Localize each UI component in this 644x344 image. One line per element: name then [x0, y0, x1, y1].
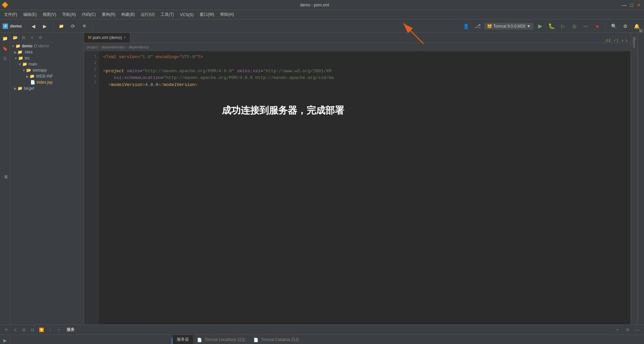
menu-view[interactable]: 视图(V)	[40, 11, 59, 18]
services-tab-localhost-log[interactable]: 📄 Tomcat Localhost 日志	[193, 335, 249, 344]
tab-close-button[interactable]: ✕	[123, 36, 126, 39]
tree-item-indexjsp[interactable]: 📄 index.jsp	[10, 79, 84, 85]
tab-icon-xml: M	[88, 35, 91, 40]
tree-item-main[interactable]: ▼ 📁 main	[10, 61, 84, 67]
title-bar-controls: — □ ✕	[622, 3, 641, 7]
log-icon-2: 📄	[253, 338, 258, 342]
structure-label[interactable]: 结构	[638, 33, 644, 38]
code-text-area[interactable]: <?xml version="1.0" encoding="UTF-8"?> <…	[99, 51, 631, 325]
menu-file[interactable]: 文件(F)	[1, 11, 20, 18]
run-button[interactable]: ▶	[535, 22, 545, 31]
services-tab-catalina-log[interactable]: 📄 Tomcat Catalina 日志	[249, 335, 303, 344]
collapse-editor-button[interactable]: ∧	[621, 38, 624, 43]
tree-arrow-webinf: ▶	[26, 75, 29, 78]
folder-icon-webinf: 📁	[30, 74, 35, 79]
toolbar-forward-button[interactable]: ▶	[40, 22, 50, 31]
services-add-button[interactable]: +	[55, 326, 63, 334]
tree-item-target[interactable]: ▶ 📁 target	[10, 85, 84, 91]
line-num-3: 3	[84, 67, 96, 73]
editor-area: M pom.xml (demo) ✕ ⚠1 ✓1 ∧ ∨ project › d…	[84, 33, 631, 325]
toolbar-config-button[interactable]: ⚙	[80, 22, 89, 31]
project-collapse-all-button[interactable]: ≡	[28, 34, 36, 41]
services-icon-1[interactable]: ▶	[1, 336, 9, 344]
breadcrumb-sep-2: ›	[126, 45, 127, 49]
menu-edit[interactable]: 编辑(E)	[21, 11, 39, 18]
debug-button[interactable]: 🐛	[547, 22, 556, 31]
editor-tab-label: pom.xml (demo)	[93, 35, 122, 40]
services-left-icons: ▶ ■ ◆ ⊕ 🔧 ⟳	[0, 335, 10, 344]
project-panel-toolbar: 📂 ⊞ ≡ ⚙	[10, 33, 84, 42]
services-tab-localhost-label: Tomcat Localhost 日志	[205, 337, 245, 343]
services-tree-panel: ▼ 🐱 Tomcat 服务器 ▼ ▶ 正在运行 ▼ 🐱 Tomcat 9	[10, 335, 171, 344]
minimize-button[interactable]: —	[622, 3, 627, 7]
services-close-panel-button[interactable]: —	[634, 326, 641, 334]
toolbar-vcs-button[interactable]: ⎇	[473, 22, 482, 31]
stop-button[interactable]: ■	[593, 22, 602, 31]
services-settings-button[interactable]: ⚙	[624, 326, 631, 334]
tree-item-src[interactable]: ▼ 📁 src	[10, 55, 84, 61]
menu-vcs[interactable]: VCS(S)	[177, 11, 196, 18]
folder-icon-idea: 📁	[17, 50, 23, 54]
tomcat-run-config-dropdown[interactable]: 🐱 Tomcat 9.0.0.M26 ▼	[484, 23, 533, 30]
tree-item-idea[interactable]: ▶ 📁 .idea	[10, 49, 84, 55]
left-sidebar-icons: 📁 🔖 ☰	[0, 33, 10, 325]
menu-window[interactable]: 窗口(W)	[197, 11, 217, 18]
services-right-content: 服务器 📄 Tomcat Localhost 日志 📄 Tomcat Catal…	[173, 335, 644, 344]
services-collapse-all-button[interactable]: ≡	[11, 326, 19, 334]
tree-arrow-main: ▼	[18, 62, 22, 66]
menu-navigate[interactable]: 导航(N)	[59, 11, 79, 18]
services-tab-server[interactable]: 服务器	[173, 335, 193, 344]
profile-button[interactable]: ◎	[570, 22, 579, 31]
services-sort-button[interactable]: ↕	[46, 326, 54, 334]
services-filter-button[interactable]: 🔽	[38, 326, 45, 334]
close-button[interactable]: ✕	[637, 3, 641, 7]
tree-item-demo-root[interactable]: ▼ 📁 demo D:\demo	[10, 43, 84, 49]
maven-label[interactable]: Maven	[632, 34, 637, 51]
settings-button[interactable]: ⚙	[620, 22, 630, 31]
toolbar-sync-button[interactable]: ⟳	[68, 22, 78, 31]
menu-help[interactable]: 帮助(H)	[217, 11, 237, 18]
log-icon-1: 📄	[197, 338, 202, 342]
coverage-button[interactable]: ▷	[558, 22, 568, 31]
project-panel: 📂 ⊞ ≡ ⚙ ▼ 📁 demo D:\demo ▶ 📁 .idea ▼ 📁	[10, 33, 84, 325]
chevron-down-icon: ▼	[527, 24, 531, 29]
toolbar-user-button[interactable]: 👤	[461, 22, 471, 31]
menu-tools[interactable]: 工具(T)	[158, 11, 176, 18]
services-refresh-button[interactable]: ⟳	[3, 326, 10, 334]
services-expand-all-button[interactable]: ⊞	[20, 326, 28, 334]
search-everywhere-button[interactable]: 🔍	[609, 22, 618, 31]
tree-label-demo: demo	[22, 44, 33, 48]
services-panel: ⟳ ≡ ⊞ ⊟ 🔽 ↕ + 服务 + ⚙ — ▶ ■ ◆ ⊕ 🔧	[0, 325, 644, 344]
maximize-button[interactable]: □	[629, 3, 634, 7]
tree-item-webapp[interactable]: ▼ 📂 webapp	[10, 67, 84, 73]
project-settings-button[interactable]: ⚙	[37, 34, 44, 41]
menu-run[interactable]: 运行(U)	[138, 11, 157, 18]
tree-item-webinf[interactable]: ▶ 📁 WEB-INF	[10, 73, 84, 79]
code-line-1: <?xml version="1.0" encoding="UTF-8"?>	[103, 54, 627, 61]
services-tabs-bar: 服务器 📄 Tomcat Localhost 日志 📄 Tomcat Catal…	[173, 335, 644, 344]
toolbar-file-manager-button[interactable]: 📁	[57, 22, 66, 31]
toolbar-back-button[interactable]: ◀	[29, 22, 38, 31]
toolbar: d demo ◀ ▶ 📁 ⟳ ⚙ 👤 ⎇ 🐱 Tomcat 9.0.0.M26 …	[0, 19, 644, 33]
left-icon-bookmarks[interactable]: 🔖	[1, 44, 9, 52]
line-num-2: 2	[84, 60, 96, 67]
menu-refactor[interactable]: 重构(R)	[99, 11, 118, 18]
project-sync-button[interactable]: ⊞	[20, 34, 27, 41]
menu-code[interactable]: 代码(C)	[79, 11, 98, 18]
menu-bar: 文件(F) 编辑(E) 视图(V) 导航(N) 代码(C) 重构(R) 构建(B…	[0, 10, 644, 19]
project-collapse-button[interactable]: 📂	[11, 34, 19, 41]
breadcrumb-dependencies: dependencies	[102, 45, 125, 49]
services-tree-mode-button[interactable]: ⊟	[29, 326, 36, 334]
left-icon-structure[interactable]: ☰	[1, 54, 9, 62]
more-run-button[interactable]: ⋯	[581, 22, 591, 31]
left-icon-project[interactable]: 📁	[1, 34, 9, 42]
code-content: 1 2 3 4 5 <?xml version="1.0" encoding="…	[84, 51, 631, 325]
notifications-button[interactable]: 🔔	[632, 22, 641, 31]
expand-editor-button[interactable]: ∨	[625, 38, 628, 43]
menu-build[interactable]: 构建(B)	[119, 11, 137, 18]
line-num-1: 1	[84, 54, 96, 60]
services-expand-panel-button[interactable]: +	[614, 326, 621, 334]
code-editor: project › dependencies › dependency 1 2 …	[84, 43, 631, 325]
warning-icon: ⚠1	[605, 38, 611, 43]
editor-tab-pomxml[interactable]: M pom.xml (demo) ✕	[84, 33, 130, 43]
